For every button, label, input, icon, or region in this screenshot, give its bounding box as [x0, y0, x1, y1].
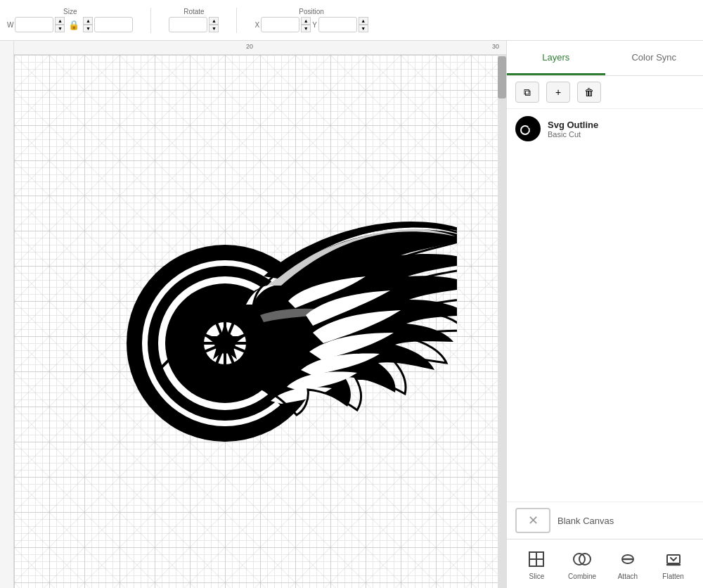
- height-up[interactable]: ▲: [83, 17, 93, 25]
- rotate-label: Rotate: [183, 8, 204, 15]
- canvas-grid[interactable]: [14, 55, 498, 588]
- main-area: 20 30: [0, 41, 703, 588]
- svg-rect-24: [536, 559, 543, 566]
- attach-label: Attach: [618, 573, 638, 580]
- blank-canvas-x-icon: ✕: [528, 513, 538, 528]
- width-spin[interactable]: ▲ ▼: [55, 17, 65, 32]
- flatten-label: Flatten: [662, 573, 684, 580]
- duplicate-icon: ⧉: [524, 87, 531, 98]
- ruler-numbers: 20 30: [14, 41, 498, 55]
- y-spin[interactable]: ▲ ▼: [359, 17, 368, 32]
- tab-layers-label: Layers: [542, 52, 569, 63]
- main-toolbar: Size W ▲ ▼ 🔒 ▲ ▼ Rotate ▲ ▼: [0, 0, 703, 41]
- combine-button[interactable]: Combine: [565, 548, 600, 580]
- layer-thumb-svg: [515, 116, 541, 141]
- position-inputs: X ▲ ▼ Y ▲ ▼: [254, 17, 368, 32]
- svg-rect-22: [536, 552, 543, 559]
- duplicate-layer-button[interactable]: ⧉: [515, 82, 539, 103]
- x-up[interactable]: ▲: [301, 17, 311, 25]
- canvas-area[interactable]: 20 30: [0, 41, 506, 588]
- rotate-spin[interactable]: ▲ ▼: [209, 17, 219, 32]
- position-group: Position X ▲ ▼ Y ▲ ▼: [254, 8, 368, 32]
- size-label: Size: [63, 8, 77, 15]
- lock-icon: 🔒: [66, 20, 82, 30]
- add-icon: +: [555, 87, 561, 98]
- width-down[interactable]: ▼: [55, 25, 65, 32]
- attach-button[interactable]: Attach: [610, 548, 645, 580]
- svg-rect-23: [529, 559, 536, 566]
- ruler-top: 20 30: [0, 41, 506, 55]
- layer-thumbnail: [515, 116, 541, 141]
- layer-name: Svg Outline: [548, 120, 695, 130]
- position-label: Position: [299, 8, 324, 15]
- right-panel: Layers Color Sync ⧉ + 🗑: [506, 41, 703, 588]
- add-layer-button[interactable]: +: [546, 82, 570, 103]
- ruler-mark-20: 20: [246, 43, 253, 50]
- ruler-left: [0, 41, 14, 588]
- y-input[interactable]: [318, 17, 357, 32]
- size-group: Size W ▲ ▼ 🔒 ▲ ▼: [7, 8, 133, 32]
- ruler-mark-30: 30: [492, 43, 499, 50]
- delete-layer-button[interactable]: 🗑: [577, 82, 601, 103]
- panel-toolbar: ⧉ + 🗑: [507, 76, 703, 109]
- rotate-group: Rotate ▲ ▼: [169, 8, 219, 32]
- tab-color-sync[interactable]: Color Sync: [605, 41, 704, 75]
- tab-layers[interactable]: Layers: [507, 41, 605, 75]
- y-down[interactable]: ▼: [359, 25, 368, 32]
- rotate-inputs: ▲ ▼: [169, 17, 219, 32]
- scrollbar-vertical[interactable]: [498, 55, 506, 588]
- slice-icon: [525, 548, 548, 570]
- svg-point-20: [522, 127, 529, 134]
- layer-info: Svg Outline Basic Cut: [548, 120, 695, 139]
- layer-item[interactable]: Svg Outline Basic Cut: [507, 109, 703, 148]
- combine-label: Combine: [568, 573, 596, 580]
- slice-svg: [527, 549, 546, 569]
- x-label: X: [254, 21, 259, 29]
- height-spin[interactable]: ▲ ▼: [83, 17, 93, 32]
- x-down[interactable]: ▼: [301, 25, 311, 32]
- svg-rect-27: [667, 555, 680, 563]
- bottom-panel: Slice Combine: [507, 539, 703, 588]
- canvas-svg-container: [70, 146, 457, 449]
- combine-icon: [571, 548, 593, 570]
- y-label: Y: [312, 21, 317, 29]
- flatten-button[interactable]: Flatten: [656, 548, 691, 580]
- slice-button[interactable]: Slice: [519, 548, 554, 580]
- width-up[interactable]: ▲: [55, 17, 65, 25]
- panel-spacer: [507, 148, 703, 501]
- combine-svg: [572, 549, 592, 569]
- layer-type: Basic Cut: [548, 130, 695, 139]
- w-label: W: [7, 21, 13, 29]
- delete-icon: 🗑: [584, 87, 594, 98]
- divider-1: [150, 8, 151, 33]
- flatten-icon: [662, 548, 685, 570]
- blank-canvas-row: ✕ Blank Canvas: [507, 501, 703, 539]
- rotate-up[interactable]: ▲: [209, 17, 219, 25]
- width-input[interactable]: [15, 17, 53, 32]
- rotate-down[interactable]: ▼: [209, 25, 219, 32]
- panel-tabs: Layers Color Sync: [507, 41, 703, 76]
- slice-label: Slice: [529, 573, 545, 580]
- x-spin[interactable]: ▲ ▼: [301, 17, 311, 32]
- flatten-svg: [664, 549, 683, 569]
- blank-canvas-box: ✕: [515, 508, 550, 533]
- height-down[interactable]: ▼: [83, 25, 93, 32]
- scrollbar-thumb[interactable]: [498, 56, 506, 98]
- divider-2: [236, 8, 237, 33]
- attach-svg: [618, 549, 638, 569]
- y-up[interactable]: ▲: [359, 17, 368, 25]
- main-svg: [70, 146, 457, 449]
- svg-rect-21: [529, 552, 536, 559]
- rotate-input[interactable]: [169, 17, 207, 32]
- height-input[interactable]: [94, 17, 133, 32]
- canvas-outer: 20 30: [0, 41, 506, 588]
- blank-canvas-label: Blank Canvas: [557, 516, 614, 526]
- attach-icon: [617, 548, 639, 570]
- size-inputs: W ▲ ▼ 🔒 ▲ ▼: [7, 17, 133, 32]
- x-input[interactable]: [261, 17, 299, 32]
- tab-color-sync-label: Color Sync: [631, 52, 676, 63]
